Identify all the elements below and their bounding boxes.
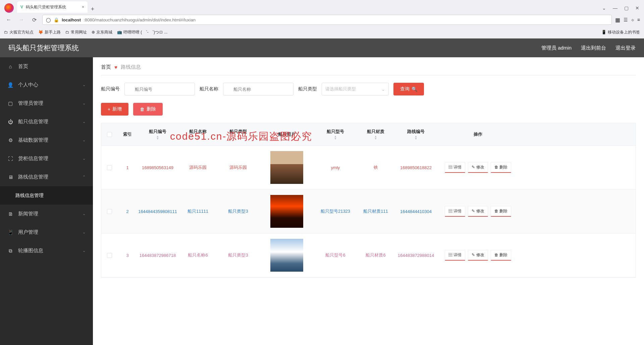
edit-button[interactable]: ✎ 修改 bbox=[468, 206, 488, 217]
search-select-type[interactable]: 请选择船只类型⌄ bbox=[322, 83, 389, 95]
sidebar-item-user[interactable]: 📱用户管理⌄ bbox=[0, 223, 93, 242]
chevron-down-icon: ⌄ bbox=[83, 249, 86, 253]
trash-icon: 🗑 bbox=[140, 107, 145, 112]
new-tab-button[interactable]: + bbox=[88, 6, 98, 13]
th-index: 索引 bbox=[117, 123, 138, 145]
query-button[interactable]: 查询 🔍 bbox=[393, 83, 424, 95]
maximize-icon[interactable]: ▢ bbox=[624, 5, 629, 11]
row-checkbox[interactable] bbox=[107, 253, 112, 258]
cell-name: 船只名称6 bbox=[178, 233, 218, 277]
device-icon: 📱 bbox=[7, 229, 13, 235]
sidebar-item-container[interactable]: ⛶货柜信息管理⌄ bbox=[0, 149, 93, 168]
cell-no: 1689850563149 bbox=[138, 146, 178, 189]
detail-button[interactable]: ▤ 详情 bbox=[445, 250, 465, 261]
action-row: + 新增 🗑 删除 bbox=[101, 103, 636, 116]
cell-route: 164483872988014 bbox=[396, 233, 436, 277]
reader-icon[interactable]: ☰ bbox=[624, 17, 628, 22]
close-icon[interactable]: × bbox=[82, 5, 84, 9]
sidebar-subitem-route[interactable]: 路线信息管理 bbox=[0, 186, 93, 205]
cell-type: 源码乐园 bbox=[218, 146, 258, 189]
table-row: 11689850563149源码乐园源码乐园ymly铁1689850618822… bbox=[101, 146, 636, 190]
sidebar-item-route[interactable]: 🖥路线信息管理⌃ bbox=[0, 168, 93, 186]
cell-route: 1689850618822 bbox=[396, 146, 436, 189]
row-delete-button[interactable]: 🗑 删除 bbox=[491, 206, 511, 217]
bookmark-item[interactable]: 📺 哔哩哔哩 ( ゜- ゜)つロ ... bbox=[117, 29, 167, 35]
table-row: 21644844359808111船只11111船只类型3船只型号21323船只… bbox=[101, 190, 636, 233]
cell-no: 164483872986718 bbox=[138, 233, 178, 277]
edit-button[interactable]: ✎ 修改 bbox=[468, 250, 488, 261]
app-header: 码头船只货柜管理系统 管理员 admin 退出到前台 退出登录 bbox=[0, 39, 644, 57]
search-label-name: 船只名称 bbox=[200, 86, 218, 92]
row-delete-button[interactable]: 🗑 删除 bbox=[491, 250, 511, 261]
search-input-no[interactable] bbox=[124, 83, 195, 95]
th-model[interactable]: 船只型号▲▼ bbox=[315, 123, 356, 145]
expand-icon: ⛶ bbox=[7, 156, 13, 161]
browser-tab[interactable]: V 码头船只货柜管理系统 × bbox=[17, 1, 88, 13]
sidebar-item-ship[interactable]: ⏻船只信息管理⌄ bbox=[0, 113, 93, 131]
cell-model: ymly bbox=[315, 146, 356, 189]
bookmark-item[interactable]: 🦊 新手上路 bbox=[38, 29, 61, 35]
sidebar-item-personal[interactable]: 👤个人中心⌄ bbox=[0, 76, 93, 94]
bookmark-item[interactable]: 🗀 常用网址 bbox=[65, 29, 87, 35]
cell-name: 船只11111 bbox=[178, 190, 218, 233]
sort-icon: ▲▼ bbox=[415, 135, 418, 140]
select-all-checkbox[interactable] bbox=[107, 132, 112, 137]
chevron-down-icon: ⌄ bbox=[83, 212, 86, 216]
cell-material: 船只材质6 bbox=[356, 233, 396, 277]
app-title: 码头船只货柜管理系统 bbox=[8, 43, 79, 53]
breadcrumb-current: 路线信息 bbox=[121, 64, 141, 70]
sort-icon: ▲▼ bbox=[197, 135, 200, 140]
sidebar-item-carousel[interactable]: ⧉轮播图信息⌄ bbox=[0, 242, 93, 260]
row-checkbox[interactable] bbox=[107, 209, 112, 214]
exit-front-button[interactable]: 退出到前台 bbox=[581, 45, 606, 51]
chevron-down-icon[interactable]: ⌄ bbox=[602, 5, 606, 11]
url-input[interactable]: ◯ 🔒 localhost:8080/matouchuanzhihuogui/a… bbox=[42, 15, 612, 25]
extensions-icon[interactable]: ⟐ bbox=[631, 17, 634, 22]
sidebar-item-basedata[interactable]: ⚙基础数据管理⌄ bbox=[0, 131, 93, 149]
logout-button[interactable]: 退出登录 bbox=[615, 45, 636, 51]
menu-icon[interactable]: ≡ bbox=[637, 17, 640, 22]
ship-image[interactable] bbox=[270, 239, 303, 272]
reload-button[interactable]: ⟳ bbox=[30, 15, 39, 24]
admin-label[interactable]: 管理员 admin bbox=[541, 45, 572, 51]
sidebar-item-admin[interactable]: ▢管理员管理⌄ bbox=[0, 94, 93, 113]
ship-image[interactable] bbox=[270, 151, 303, 184]
qr-icon[interactable]: ▦ bbox=[615, 17, 620, 23]
forward-button: → bbox=[17, 15, 26, 24]
detail-button[interactable]: ▤ 详情 bbox=[445, 162, 465, 173]
back-button[interactable]: ← bbox=[4, 15, 13, 24]
search-input-name[interactable] bbox=[223, 83, 293, 95]
detail-button[interactable]: ▤ 详情 bbox=[445, 206, 465, 217]
sidebar-item-news[interactable]: 🗎新闻管理⌄ bbox=[0, 205, 93, 223]
row-checkbox[interactable] bbox=[107, 165, 112, 170]
tab-bar: V 码头船只货柜管理系统 × + ⌄ — ▢ ✕ bbox=[0, 0, 644, 13]
th-no[interactable]: 船只编号▲▼ bbox=[138, 123, 178, 145]
add-button[interactable]: + 新增 bbox=[101, 103, 128, 116]
ship-image[interactable] bbox=[270, 195, 303, 228]
cpeller-index: 3 bbox=[117, 233, 138, 277]
table-header: 索引 船只编号▲▼ 船只名称▲▼ 船只类型▲▼ 船只照片 船只型号▲▼ 船只材质… bbox=[101, 123, 636, 146]
plus-icon: + bbox=[108, 107, 110, 112]
th-material[interactable]: 船只材质▲▼ bbox=[356, 123, 396, 145]
th-type[interactable]: 船只类型▲▼ bbox=[218, 123, 258, 145]
bookmark-item[interactable]: 🗀 火狐官方站点 bbox=[4, 29, 34, 35]
chevron-down-icon: ⌄ bbox=[381, 87, 385, 92]
chevron-down-icon: ⌄ bbox=[83, 101, 86, 106]
mobile-bookmarks[interactable]: 📱 移动设备上的书签 bbox=[601, 29, 640, 35]
minimize-icon[interactable]: — bbox=[613, 5, 618, 11]
edit-button[interactable]: ✎ 修改 bbox=[468, 162, 488, 173]
cpeller-index: 1 bbox=[117, 146, 138, 189]
cell-route: 1644844410304 bbox=[396, 190, 436, 233]
bookmark-item[interactable]: ⊕ 京东商城 bbox=[92, 29, 112, 35]
row-delete-button[interactable]: 🗑 删除 bbox=[491, 162, 511, 173]
bookmarks-bar: 🗀 火狐官方站点 🦊 新手上路 🗀 常用网址 ⊕ 京东商城 📺 哔哩哔哩 ( ゜… bbox=[0, 27, 644, 38]
sidebar-item-home[interactable]: ⌂首页 bbox=[0, 57, 93, 76]
breadcrumb-home[interactable]: 首页 bbox=[101, 64, 111, 70]
cell-material: 铁 bbox=[356, 146, 396, 189]
search-row: 船只编号 🔍 船只名称 🔍 船只类型 请选择船只类型⌄ 查询 🔍 bbox=[101, 83, 636, 95]
cpeller-index: 2 bbox=[117, 190, 138, 233]
th-route[interactable]: 路线编号▲▼ bbox=[396, 123, 436, 145]
delete-button[interactable]: 🗑 删除 bbox=[133, 103, 163, 116]
window-close-icon[interactable]: ✕ bbox=[635, 5, 639, 11]
th-name[interactable]: 船只名称▲▼ bbox=[178, 123, 218, 145]
